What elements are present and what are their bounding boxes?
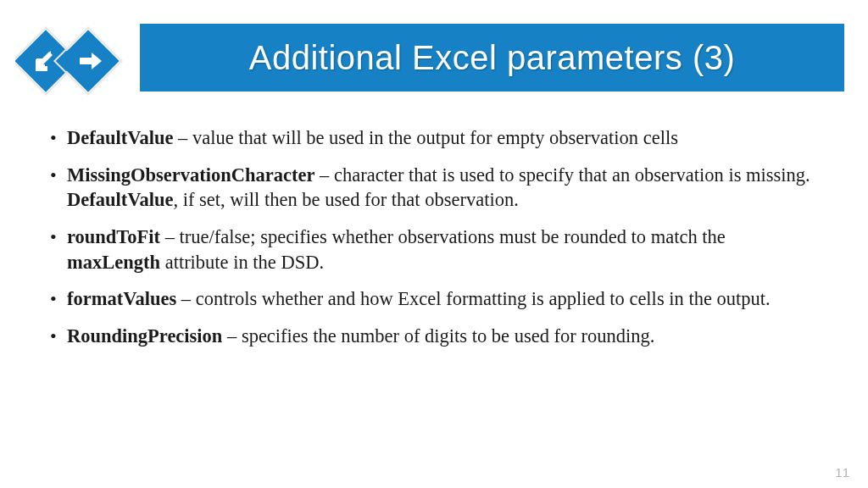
list-item: roundToFit – true/false; specifies wheth… <box>47 225 821 274</box>
list-item: RoundingPrecision – specifies the number… <box>47 324 821 349</box>
parameter-description: value that will be used in the output fo… <box>192 127 678 148</box>
separator: – <box>176 288 196 309</box>
parameter-name: RoundingPrecision <box>67 325 222 347</box>
inline-bold: DefaultValue <box>67 189 173 210</box>
list-item: DefaultValue – value that will be used i… <box>47 125 821 151</box>
separator: – <box>173 127 192 148</box>
title-bar: Additional Excel parameters (3) <box>140 24 844 92</box>
parameter-name: DefaultValue <box>67 127 173 148</box>
parameter-description-cont: , if set, will then be used for that obs… <box>173 189 518 210</box>
parameter-name: roundToFit <box>67 226 160 247</box>
arrows-logo-icon <box>15 19 130 103</box>
separator: – <box>314 164 334 186</box>
svg-rect-7 <box>80 58 92 64</box>
parameter-description-cont: attribute in the DSD. <box>160 252 324 273</box>
parameter-description: character that is used to specify that a… <box>334 164 810 186</box>
separator: – <box>160 226 180 247</box>
page-number: 11 <box>835 465 849 480</box>
list-item: formatValues – controls whether and how … <box>47 286 821 312</box>
parameter-name: formatValues <box>67 288 176 309</box>
parameter-name: MissingObservationCharacter <box>67 164 314 186</box>
separator: – <box>222 325 242 347</box>
parameter-description: controls whether and how Excel formattin… <box>196 288 771 309</box>
parameter-description: true/false; specifies whether observatio… <box>180 226 726 247</box>
slide-title: Additional Excel parameters (3) <box>249 39 736 77</box>
list-item: MissingObservationCharacter – character … <box>47 163 821 213</box>
inline-bold: maxLength <box>67 252 160 273</box>
slide-content: DefaultValue – value that will be used i… <box>0 110 868 349</box>
parameter-list: DefaultValue – value that will be used i… <box>47 125 821 349</box>
parameter-description: specifies the number of digits to be use… <box>242 325 654 347</box>
slide-header: Additional Excel parameters (3) <box>0 0 868 110</box>
